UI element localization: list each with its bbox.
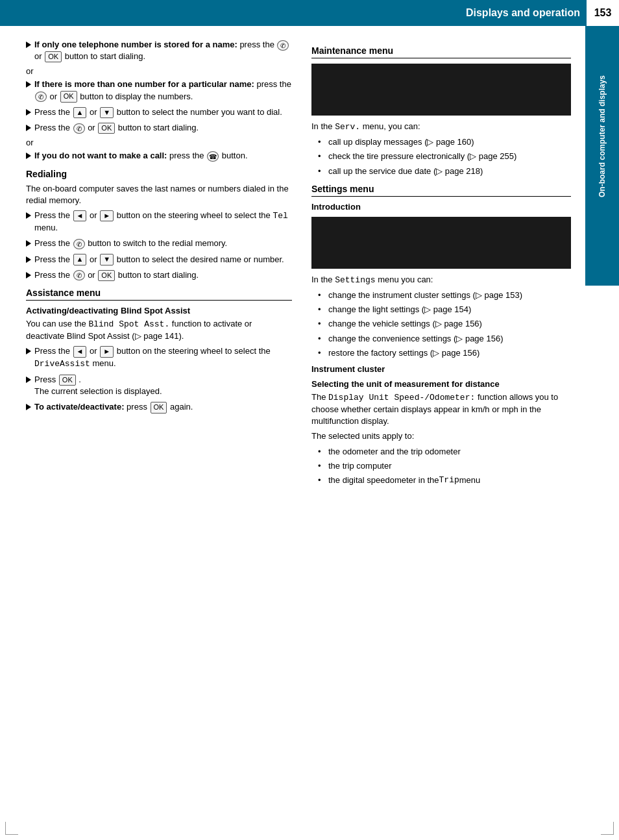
units-item-1: the odometer and the trip odometer — [318, 446, 571, 458]
corner-mark-br — [601, 822, 614, 835]
content-area: If only one telephone number is stored f… — [0, 26, 619, 502]
assist-arrow-3 — [26, 404, 31, 410]
bullet-text-3: Press the ▲ or ▼ button to select the nu… — [34, 106, 292, 118]
settings-intro: In the Settings menu you can: — [311, 274, 571, 286]
redialing-text-2: Press the ✆ button to switch to the redi… — [34, 238, 292, 249]
units-item-3: the digital speedometer in the Trip menu — [318, 475, 571, 486]
settings-list: change the instrument cluster settings (… — [318, 290, 571, 359]
right-button-1: ► — [100, 210, 114, 221]
maintenance-item-3: call up the service due date (▷ page 218… — [318, 166, 571, 177]
bullet-item-4: Press the ✆ or OK button to start dialin… — [26, 122, 292, 134]
settings-ref: Settings — [335, 275, 375, 285]
bullet-bold-2: If there is more than one number for a p… — [34, 79, 254, 89]
sidebar-block — [585, 247, 619, 286]
blind-spot-para: You can use the Blind Spot Asst. functio… — [26, 318, 292, 342]
units-item-2: the trip computer — [318, 460, 571, 472]
tel-menu-ref: Tel — [273, 211, 287, 221]
bullet-arrow-2 — [26, 81, 31, 88]
maintenance-item-2: check the tire pressure electronically (… — [318, 151, 571, 162]
redialing-item-3: Press the ▲ or ▼ button to select the de… — [26, 254, 292, 266]
settings-heading: Settings menu — [311, 184, 571, 197]
end-call-button: ☎ — [207, 151, 219, 162]
ok-button-6: OK — [151, 402, 167, 413]
left-button-1: ◄ — [73, 210, 87, 221]
assist-item-2: Press OK . The current selection is disp… — [26, 374, 292, 397]
redialing-text-4: Press the ✆ or OK button to start dialin… — [34, 269, 292, 281]
assist-text-3: To activate/deactivate: press OK again. — [34, 401, 292, 413]
settings-item-3: change the vehicle settings (▷ page 156) — [318, 318, 571, 330]
sidebar-label: On-board computer and displays — [585, 26, 619, 247]
phone-button-1: ✆ — [277, 40, 289, 51]
ok-button-5: OK — [59, 375, 76, 386]
bullet-arrow-5 — [26, 153, 31, 159]
header-bar: Displays and operation 153 — [0, 0, 619, 26]
display-unit-para: The Display Unit Speed-/Odometer: functi… — [311, 391, 571, 428]
bullet-arrow-3 — [26, 109, 31, 116]
assist-text-2: Press OK . The current selection is disp… — [34, 374, 292, 397]
phone-button-3: ✆ — [73, 123, 85, 134]
redialing-arrow-1 — [26, 212, 31, 219]
maintenance-intro: In the Serv. menu, you can: — [311, 121, 571, 133]
redialing-item-1: Press the ◄ or ► button on the steering … — [26, 210, 292, 234]
header-title: Displays and operation — [466, 7, 580, 19]
bullet-text-4: Press the ✆ or OK button to start dialin… — [34, 122, 292, 134]
phone-button-2: ✆ — [35, 92, 47, 102]
redialing-text-3: Press the ▲ or ▼ button to select the de… — [34, 254, 292, 266]
corner-mark-bl — [5, 822, 18, 835]
page-number: 153 — [585, 0, 619, 26]
maintenance-item-1: call up display messages (▷ page 160) — [318, 136, 571, 148]
settings-display — [311, 217, 571, 269]
display-unit-ref: Display Unit Speed-/Odometer: — [328, 393, 475, 402]
redialing-item-2: Press the ✆ button to switch to the redi… — [26, 238, 292, 249]
phone-button-5: ✆ — [73, 270, 85, 280]
bullet-item-1: If only one telephone number is stored f… — [26, 39, 292, 62]
bullet-arrow-1 — [26, 42, 31, 48]
assist-arrow-1 — [26, 348, 31, 354]
settings-item-4: change the convenience settings (▷ page … — [318, 333, 571, 345]
bullet-bold-5: If you do not want to make a call: — [34, 151, 167, 160]
assist-arrow-2 — [26, 377, 31, 383]
bullet-bold-1: If only one telephone number is stored f… — [34, 40, 237, 49]
ok-button-3: OK — [98, 123, 115, 134]
maintenance-heading: Maintenance menu — [311, 45, 571, 58]
up-button-1: ▲ — [73, 107, 87, 118]
left-column: If only one telephone number is stored f… — [0, 39, 305, 489]
bullet-item-5: If you do not want to make a call: press… — [26, 150, 292, 162]
maintenance-display — [311, 64, 571, 116]
down-button-1: ▼ — [100, 107, 114, 118]
assist-text-1: Press the ◄ or ► button on the steering … — [34, 345, 292, 369]
assist-item-1: Press the ◄ or ► button on the steering … — [26, 345, 292, 369]
bullet-text-5: If you do not want to make a call: press… — [34, 150, 292, 162]
redialing-arrow-2 — [26, 240, 31, 247]
right-column: Maintenance menu In the Serv. menu, you … — [305, 39, 590, 489]
redialing-item-4: Press the ✆ or OK button to start dialin… — [26, 269, 292, 281]
page-container: Displays and operation 153 On-board comp… — [0, 0, 619, 840]
selected-units-para: The selected units apply to: — [311, 430, 571, 442]
serv-ref: Serv. — [335, 122, 360, 132]
trip-ref: Trip — [439, 475, 459, 486]
or-text-1: or — [26, 66, 292, 76]
assist-item-3: To activate/deactivate: press OK again. — [26, 401, 292, 413]
instrument-cluster-heading: Instrument cluster — [311, 364, 571, 374]
blind-spot-heading: Activating/deactivating Blind Spot Assis… — [26, 306, 292, 315]
bullet-item-2: If there is more than one number for a p… — [26, 79, 292, 102]
settings-item-1: change the instrument cluster settings (… — [318, 290, 571, 301]
ok-button-2: OK — [60, 91, 77, 102]
bullet-text-2: If there is more than one number for a p… — [34, 79, 292, 102]
redialing-heading: Redialing — [26, 169, 292, 179]
redialing-text-1: Press the ◄ or ► button on the steering … — [34, 210, 292, 234]
ok-button-4: OK — [98, 270, 115, 281]
phone-button-4: ✆ — [73, 239, 85, 249]
settings-item-2: change the light settings (▷ page 154) — [318, 304, 571, 315]
settings-item-5: restore the factory settings (▷ page 156… — [318, 347, 571, 359]
unit-measurement-heading: Selecting the unit of measurement for di… — [311, 379, 571, 389]
bullet-item-3: Press the ▲ or ▼ button to select the nu… — [26, 106, 292, 118]
units-list: the odometer and the trip odometer the t… — [318, 446, 571, 487]
blind-spot-ref: Blind Spot Asst. — [88, 319, 169, 329]
introduction-heading: Introduction — [311, 202, 571, 212]
bullet-text-1: If only one telephone number is stored f… — [34, 39, 292, 62]
maintenance-list: call up display messages (▷ page 160) ch… — [318, 136, 571, 177]
ok-button-1: OK — [45, 51, 62, 62]
redialing-arrow-4 — [26, 272, 31, 278]
assist-bold-3: To activate/deactivate: — [34, 402, 124, 412]
